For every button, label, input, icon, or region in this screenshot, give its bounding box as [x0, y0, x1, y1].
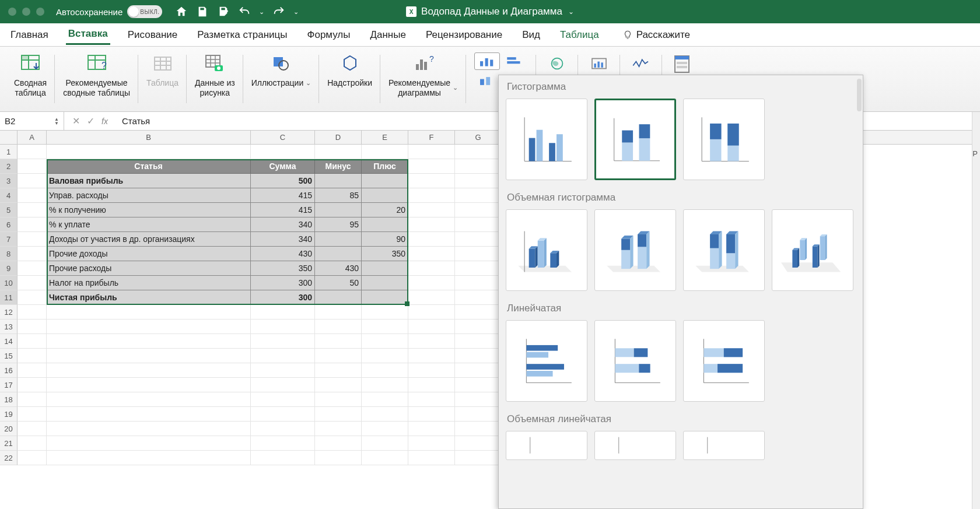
cell[interactable] — [455, 159, 502, 174]
cell[interactable]: 430 — [251, 247, 315, 261]
tab-table[interactable]: Таблица — [558, 26, 601, 44]
insert-column-chart-button[interactable] — [474, 52, 500, 70]
row-header[interactable]: 4 — [0, 188, 18, 203]
cell[interactable] — [408, 232, 455, 247]
save-edit-icon[interactable] — [217, 5, 230, 18]
row-header[interactable]: 16 — [0, 363, 18, 378]
cell[interactable] — [18, 320, 47, 334]
cell[interactable]: 415 — [251, 203, 315, 217]
cell[interactable] — [251, 334, 315, 349]
cell[interactable] — [408, 392, 455, 407]
home-icon[interactable] — [175, 5, 188, 18]
insert-bar-chart-button[interactable] — [502, 52, 528, 70]
cell[interactable]: 95 — [315, 217, 362, 232]
cell[interactable] — [315, 407, 362, 422]
name-box-spinner[interactable]: ▲▼ — [54, 117, 59, 125]
cell[interactable] — [315, 349, 362, 363]
cell[interactable] — [18, 349, 47, 363]
cell[interactable] — [18, 174, 47, 188]
cell[interactable] — [455, 276, 502, 290]
cell[interactable] — [408, 334, 455, 349]
cell[interactable] — [455, 392, 502, 407]
cell[interactable] — [362, 334, 408, 349]
cell[interactable] — [362, 451, 408, 465]
cell[interactable] — [18, 305, 47, 320]
chart-3d-clustered-column[interactable] — [506, 209, 587, 291]
cell[interactable]: 300 — [251, 276, 315, 290]
row-header[interactable]: 1 — [0, 145, 18, 159]
cell[interactable] — [455, 174, 502, 188]
cell[interactable] — [408, 261, 455, 276]
insert-pivot-chart-button[interactable] — [586, 55, 612, 72]
cell[interactable] — [47, 392, 251, 407]
cell[interactable] — [362, 261, 408, 276]
cell[interactable] — [251, 363, 315, 378]
cell[interactable] — [18, 217, 47, 232]
cell[interactable] — [47, 334, 251, 349]
cell[interactable] — [315, 334, 362, 349]
tell-me-search[interactable]: Расскажите — [622, 29, 690, 41]
cell[interactable] — [408, 217, 455, 232]
chart-3d-column[interactable] — [772, 209, 853, 291]
cell[interactable] — [315, 363, 362, 378]
cell[interactable] — [455, 422, 502, 436]
cell[interactable] — [18, 261, 47, 276]
cell[interactable] — [315, 174, 362, 188]
cell[interactable] — [315, 305, 362, 320]
cell[interactable] — [455, 320, 502, 334]
cell[interactable] — [455, 232, 502, 247]
cell[interactable] — [47, 451, 251, 465]
row-header[interactable]: 11 — [0, 290, 18, 305]
cell[interactable] — [362, 145, 408, 159]
cell[interactable] — [251, 305, 315, 320]
cell[interactable]: Управ. расходы — [47, 188, 251, 203]
cell[interactable] — [315, 247, 362, 261]
panel-scrollbar-thumb[interactable] — [857, 79, 862, 111]
cell[interactable] — [18, 451, 47, 465]
cell[interactable] — [18, 159, 47, 174]
autosave-control[interactable]: Автосохранение ВЫКЛ. — [56, 5, 162, 18]
cell[interactable] — [408, 451, 455, 465]
col-header[interactable]: B — [47, 131, 251, 144]
cell[interactable] — [455, 261, 502, 276]
cell[interactable]: 340 — [251, 217, 315, 232]
tab-review[interactable]: Рецензирование — [424, 26, 505, 44]
cell[interactable] — [362, 436, 408, 451]
cell[interactable] — [18, 232, 47, 247]
chart-clustered-column[interactable] — [506, 99, 587, 180]
undo-icon[interactable] — [238, 5, 251, 18]
tab-view[interactable]: Вид — [520, 26, 542, 44]
select-all-corner[interactable] — [0, 131, 18, 144]
cell[interactable] — [362, 320, 408, 334]
cell[interactable] — [455, 378, 502, 392]
cell[interactable] — [455, 334, 502, 349]
cell[interactable] — [362, 349, 408, 363]
cell[interactable] — [455, 436, 502, 451]
chart-stacked-bar[interactable] — [594, 320, 676, 402]
cell[interactable] — [315, 145, 362, 159]
cell[interactable]: Сумма — [251, 159, 315, 174]
cell[interactable]: 340 — [251, 232, 315, 247]
cell[interactable] — [408, 349, 455, 363]
autosave-toggle[interactable]: ВЫКЛ. — [127, 5, 162, 18]
row-header[interactable]: 3 — [0, 174, 18, 188]
cell[interactable] — [315, 320, 362, 334]
row-header[interactable]: 15 — [0, 349, 18, 363]
cell[interactable] — [408, 320, 455, 334]
cell[interactable] — [408, 174, 455, 188]
undo-dropdown-icon[interactable]: ⌄ — [259, 8, 264, 16]
cell[interactable] — [408, 145, 455, 159]
cell[interactable] — [47, 422, 251, 436]
cell[interactable] — [455, 407, 502, 422]
cell[interactable] — [251, 320, 315, 334]
row-header[interactable]: 10 — [0, 276, 18, 290]
cell[interactable] — [315, 232, 362, 247]
chart-100-stacked-column[interactable] — [683, 99, 765, 180]
row-header[interactable]: 21 — [0, 436, 18, 451]
tab-formulas[interactable]: Формулы — [305, 26, 353, 44]
cell[interactable]: Прочие расходы — [47, 261, 251, 276]
cell[interactable] — [362, 378, 408, 392]
cell[interactable] — [18, 407, 47, 422]
cancel-icon[interactable]: ✕ — [72, 115, 80, 127]
zoom-icon[interactable] — [36, 8, 44, 16]
